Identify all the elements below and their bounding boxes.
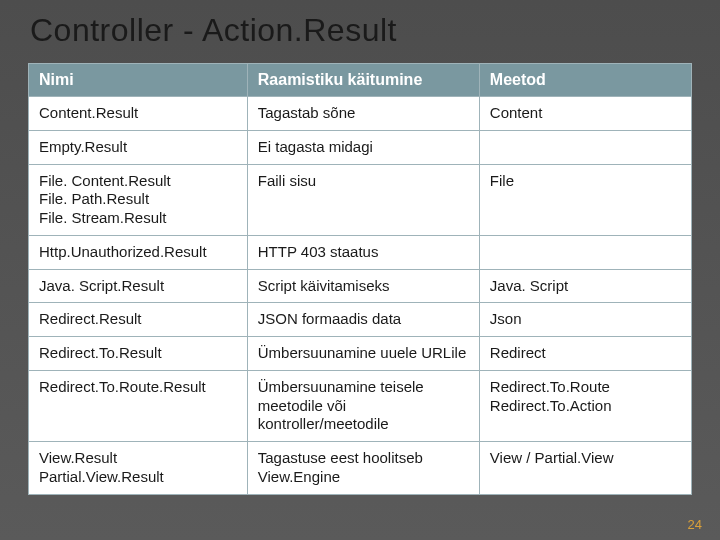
action-result-table: Nimi Raamistiku käitumine Meetod Content… [28,63,692,495]
cell-nimi: Http.Unauthorized.Result [29,235,248,269]
cell-method [479,235,691,269]
cell-method [479,130,691,164]
table-row: Redirect.To.Route.Result Ümbersuunamine … [29,370,692,441]
col-header-nimi: Nimi [29,64,248,97]
table-row: Content.Result Tagastab sõne Content [29,97,692,131]
table-row: File. Content.Result File. Path.Result F… [29,164,692,235]
cell-behavior: Ümbersuunamine teisele meetodile või kon… [247,370,479,441]
slide: Controller - Action.Result Nimi Raamisti… [0,0,720,540]
cell-nimi: File. Content.Result File. Path.Result F… [29,164,248,235]
cell-method: Redirect.To.Route Redirect.To.Action [479,370,691,441]
table-row: Http.Unauthorized.Result HTTP 403 staatu… [29,235,692,269]
cell-nimi: Content.Result [29,97,248,131]
table-row: Redirect.To.Result Ümbersuunamine uuele … [29,337,692,371]
cell-method: File [479,164,691,235]
cell-behavior: Script käivitamiseks [247,269,479,303]
cell-nimi: View.Result Partial.View.Result [29,442,248,495]
cell-behavior: HTTP 403 staatus [247,235,479,269]
cell-behavior: Faili sisu [247,164,479,235]
cell-nimi: Empty.Result [29,130,248,164]
col-header-meetod: Meetod [479,64,691,97]
page-number: 24 [688,517,702,532]
table-row: View.Result Partial.View.Result Tagastus… [29,442,692,495]
cell-behavior: JSON formaadis data [247,303,479,337]
cell-nimi: Redirect.Result [29,303,248,337]
cell-method: Redirect [479,337,691,371]
cell-method: Content [479,97,691,131]
table-header-row: Nimi Raamistiku käitumine Meetod [29,64,692,97]
cell-behavior: Tagastuse eest hoolitseb View.Engine [247,442,479,495]
col-header-raamistiku: Raamistiku käitumine [247,64,479,97]
cell-method: View / Partial.View [479,442,691,495]
table-row: Empty.Result Ei tagasta midagi [29,130,692,164]
cell-nimi: Java. Script.Result [29,269,248,303]
cell-behavior: Ümbersuunamine uuele URLile [247,337,479,371]
cell-nimi: Redirect.To.Result [29,337,248,371]
slide-title: Controller - Action.Result [28,12,692,49]
cell-method: Json [479,303,691,337]
table-row: Java. Script.Result Script käivitamiseks… [29,269,692,303]
cell-behavior: Tagastab sõne [247,97,479,131]
cell-nimi: Redirect.To.Route.Result [29,370,248,441]
table-row: Redirect.Result JSON formaadis data Json [29,303,692,337]
cell-behavior: Ei tagasta midagi [247,130,479,164]
cell-method: Java. Script [479,269,691,303]
